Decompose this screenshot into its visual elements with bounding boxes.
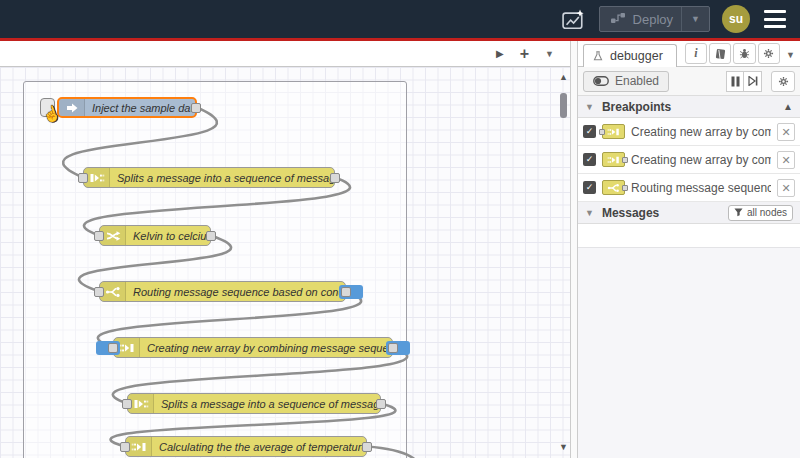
split-node-icon bbox=[133, 398, 149, 410]
messages-title: Messages bbox=[602, 206, 659, 220]
breakpoints-title: Breakpoints bbox=[602, 100, 671, 114]
deploy-label: Deploy bbox=[633, 12, 673, 27]
message-filter-button[interactable]: all nodes bbox=[728, 205, 793, 221]
debugger-toolbar: Enabled bbox=[578, 67, 800, 96]
join-node-icon bbox=[607, 127, 620, 137]
sidebar-splitter[interactable] bbox=[570, 41, 578, 458]
filter-funnel-icon bbox=[734, 208, 743, 217]
split-node-icon bbox=[89, 172, 105, 184]
switch-node[interactable]: Routing message sequence based on condit… bbox=[99, 281, 346, 302]
breakpoints-list: ✓Creating new array by combining message… bbox=[578, 118, 800, 202]
input-port[interactable] bbox=[120, 442, 130, 452]
bug-icon bbox=[738, 47, 751, 60]
output-port[interactable] bbox=[376, 399, 386, 409]
add-flow-button[interactable]: + bbox=[520, 45, 529, 63]
flow-list-caret[interactable]: ▼ bbox=[545, 49, 554, 59]
app-header: Deploy ▼ su bbox=[0, 0, 800, 38]
tab-debugger-label: debugger bbox=[610, 49, 663, 63]
debugger-settings-button[interactable] bbox=[771, 71, 795, 92]
join-node-icon bbox=[131, 441, 147, 453]
pause-button[interactable] bbox=[726, 71, 744, 92]
deploy-dropdown-caret[interactable]: ▼ bbox=[681, 7, 709, 31]
output-port[interactable] bbox=[388, 343, 398, 353]
scrollbar-thumb[interactable] bbox=[560, 93, 567, 118]
breakpoint-row: ✓Routing message sequence based on condi… bbox=[578, 174, 800, 202]
node-label: Routing message sequence based on condit… bbox=[126, 286, 345, 298]
remove-breakpoint-button[interactable]: ✕ bbox=[777, 151, 795, 169]
split-node[interactable]: Splits a message into a sequence of mess… bbox=[127, 393, 381, 414]
breakpoint-row: ✓Creating new array by combining message… bbox=[578, 118, 800, 146]
input-port[interactable] bbox=[122, 399, 132, 409]
wire[interactable] bbox=[367, 447, 432, 458]
join-mini-node-icon bbox=[602, 124, 625, 139]
deploy-button[interactable]: Deploy ▼ bbox=[599, 6, 710, 32]
chevron-down-icon: ▼ bbox=[585, 208, 594, 218]
book-icon bbox=[714, 48, 727, 60]
node-label: Calculating the the average of temperatu… bbox=[152, 441, 366, 453]
change-node-icon bbox=[105, 230, 121, 242]
mini-port bbox=[622, 157, 628, 163]
mini-port bbox=[622, 185, 628, 191]
mini-port bbox=[599, 129, 605, 135]
output-port[interactable] bbox=[191, 103, 201, 113]
filter-label: all nodes bbox=[747, 207, 787, 218]
breakpoint-checkbox[interactable]: ✓ bbox=[583, 153, 596, 166]
node-label: Creating new array by combining message … bbox=[140, 342, 392, 354]
tab-scroll-right-icon[interactable]: ▶ bbox=[496, 48, 504, 59]
node-label: Inject the sample data bbox=[85, 102, 195, 114]
sidebar-tabs-caret[interactable]: ▼ bbox=[786, 50, 795, 60]
breakpoint-label: Creating new array by combining message … bbox=[631, 125, 771, 139]
input-port[interactable] bbox=[94, 231, 104, 241]
node-label: Kelvin to celcius bbox=[126, 230, 210, 242]
messages-section-header[interactable]: ▼ Messages all nodes bbox=[578, 202, 800, 224]
join-node[interactable]: Calculating the the average of temperatu… bbox=[125, 436, 367, 457]
workspace: ▶ + ▼ ☝Inject the sample dataSplits a me… bbox=[0, 41, 570, 458]
ai-flow-icon[interactable] bbox=[559, 5, 587, 33]
sidebar-tabbar: debugger i ▼ bbox=[578, 41, 800, 67]
enabled-label: Enabled bbox=[615, 74, 659, 88]
breakpoint-checkbox[interactable]: ✓ bbox=[583, 125, 596, 138]
node-label: Splits a message into a sequence of mess… bbox=[154, 398, 380, 410]
output-port[interactable] bbox=[341, 287, 351, 297]
step-icon bbox=[748, 76, 758, 86]
split-node[interactable]: Splits a message into a sequence of mess… bbox=[83, 167, 335, 188]
output-port[interactable] bbox=[362, 442, 372, 452]
breakpoint-label: Creating new array by combining message … bbox=[631, 153, 771, 167]
tab-config-nodes[interactable] bbox=[758, 43, 780, 64]
remove-breakpoint-button[interactable]: ✕ bbox=[777, 123, 795, 141]
change-node[interactable]: Kelvin to celcius bbox=[99, 225, 211, 246]
tab-debugger[interactable]: debugger bbox=[583, 44, 677, 67]
gear-icon bbox=[777, 75, 790, 88]
pause-icon bbox=[731, 76, 740, 87]
input-port[interactable] bbox=[108, 343, 118, 353]
flow-tabbar: ▶ + ▼ bbox=[0, 41, 570, 67]
switch-node-icon bbox=[105, 286, 121, 298]
join-node[interactable]: Creating new array by combining message … bbox=[113, 337, 393, 358]
scroll-up-arrow[interactable]: ▲ bbox=[559, 72, 568, 82]
input-port[interactable] bbox=[78, 173, 88, 183]
inject-node[interactable]: ☝Inject the sample data bbox=[57, 97, 197, 118]
debugger-enabled-toggle[interactable]: Enabled bbox=[583, 71, 669, 92]
join-mini-node-icon bbox=[602, 152, 625, 167]
list-scroll-up-arrow[interactable]: ▲ bbox=[783, 101, 793, 112]
output-port[interactable] bbox=[206, 231, 216, 241]
toggle-icon bbox=[593, 76, 609, 86]
join-node-icon bbox=[607, 155, 620, 165]
flask-icon bbox=[592, 50, 604, 62]
tab-debug-messages[interactable] bbox=[733, 43, 755, 64]
step-button[interactable] bbox=[744, 71, 762, 92]
scroll-down-arrow[interactable]: ▼ bbox=[559, 442, 568, 452]
tab-info[interactable]: i bbox=[685, 43, 707, 64]
breakpoints-section-header[interactable]: ▼ Breakpoints ▲ bbox=[578, 96, 800, 118]
messages-empty-row bbox=[578, 224, 800, 248]
deploy-nodes-icon bbox=[610, 12, 626, 27]
main-menu-button[interactable] bbox=[762, 8, 788, 30]
switch-mini-node-icon bbox=[602, 180, 625, 195]
tab-help[interactable] bbox=[709, 43, 731, 64]
remove-breakpoint-button[interactable]: ✕ bbox=[777, 179, 795, 197]
chevron-down-icon: ▼ bbox=[585, 102, 594, 112]
input-port[interactable] bbox=[94, 287, 104, 297]
output-port[interactable] bbox=[330, 173, 340, 183]
user-avatar[interactable]: su bbox=[722, 5, 750, 33]
breakpoint-checkbox[interactable]: ✓ bbox=[583, 181, 596, 194]
